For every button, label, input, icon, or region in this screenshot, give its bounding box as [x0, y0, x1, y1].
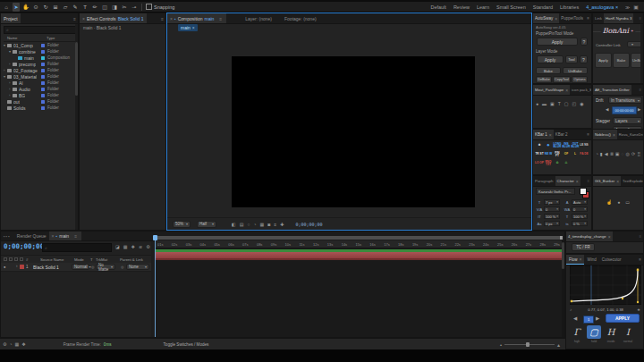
- kbar-script-button[interactable]: TR ST: [535, 150, 544, 159]
- autosway-help-button[interactable]: ?: [580, 38, 588, 46]
- debake-button[interactable]: DeBake: [536, 76, 552, 83]
- toolbar-tool-icon[interactable]: ◨: [111, 3, 118, 12]
- composition-view[interactable]: [232, 56, 475, 207]
- project-item[interactable]: ▾ 03_Material Folder: [2, 73, 77, 80]
- timeline-search-input[interactable]: ⌕: [42, 243, 112, 252]
- flow-preset[interactable]: Γ high: [570, 325, 584, 339]
- close-icon[interactable]: ×: [616, 179, 619, 184]
- panel-icon[interactable]: ◙: [267, 222, 270, 227]
- close-icon[interactable]: ×: [565, 88, 568, 93]
- toolbar-tool-icon[interactable]: ⊙: [32, 3, 39, 12]
- next-page-arrow[interactable]: ▶: [596, 316, 599, 321]
- flow-preset[interactable]: ▢ hold: [587, 325, 601, 339]
- panel-icon[interactable]: ◧: [232, 222, 236, 227]
- label-color-swatch[interactable]: [41, 88, 45, 91]
- column-parent-link[interactable]: Parent & Link: [120, 257, 143, 262]
- kbar-script-button[interactable]: ♺: [562, 159, 571, 168]
- panel-icon[interactable]: ○: [247, 222, 250, 227]
- bonani-button[interactable]: Apply: [595, 53, 612, 68]
- panel-menu-icon[interactable]: ≡: [585, 179, 591, 183]
- toolbar-tool-icon[interactable]: ⌂: [3, 3, 10, 12]
- column-t[interactable]: T: [90, 257, 93, 262]
- tab-kbar2[interactable]: KBar 2: [554, 130, 570, 139]
- workspace-tab[interactable]: Default: [427, 4, 449, 10]
- autosway-apply-button[interactable]: Apply: [537, 38, 578, 46]
- toolbar-tool-icon[interactable]: ✋: [22, 3, 30, 12]
- toolbar-tool-icon[interactable]: ▱: [62, 3, 69, 12]
- close-icon[interactable]: ×: [608, 234, 611, 240]
- project-item[interactable]: › 02_Footage Folder: [2, 67, 77, 73]
- tab-paragraph[interactable]: Paragraph: [533, 176, 555, 186]
- copytool-button[interactable]: CopyTool: [553, 76, 571, 83]
- label-color-swatch[interactable]: [41, 100, 45, 104]
- close-icon[interactable]: ×: [555, 16, 557, 21]
- panel-icon[interactable]: ▮: [600, 151, 603, 156]
- tab-link[interactable]: Link: [593, 13, 604, 23]
- toolbar-tool-icon[interactable]: T: [81, 3, 89, 12]
- toolbar-tool-icon[interactable]: ✏: [91, 3, 98, 12]
- panel-icon[interactable]: ◎: [626, 151, 630, 156]
- column-source-name[interactable]: Source Name: [40, 257, 64, 262]
- tab-kbar1[interactable]: KBar 1×: [533, 130, 554, 139]
- panel-icon[interactable]: ⚙: [3, 341, 6, 347]
- tab-menu-icon[interactable]: ≡: [217, 16, 224, 21]
- close-icon[interactable]: ×: [82, 16, 85, 21]
- options-button[interactable]: Options: [572, 76, 588, 83]
- kbar-script-button[interactable]: INS BLUR: [562, 141, 571, 150]
- tab-character[interactable]: Character×: [555, 176, 580, 186]
- scrollbar[interactable]: [640, 24, 643, 83]
- close-icon[interactable]: ×: [549, 132, 552, 138]
- current-time-display[interactable]: 0;00;00;00: [4, 242, 44, 250]
- tab-menu-icon[interactable]: ≡: [72, 233, 79, 239]
- tc-fr-toggle-button[interactable]: TC / FR: [572, 243, 595, 251]
- label-color-swatch[interactable]: [41, 106, 45, 110]
- property-value[interactable]: 7 px: [544, 199, 560, 205]
- workspace-tab[interactable]: Review: [450, 4, 473, 10]
- panel-menu-icon[interactable]: ≡: [637, 257, 643, 262]
- resolution-dropdown[interactable]: Half: [197, 221, 216, 228]
- stagger-dropdown[interactable]: Layers: [613, 117, 642, 124]
- bake-button[interactable]: Bake: [536, 67, 561, 74]
- toolbar-tool-icon[interactable]: ✎: [72, 3, 79, 12]
- layer-twirl-icon[interactable]: ›: [16, 264, 18, 268]
- property-value[interactable]: 0: [544, 206, 560, 212]
- close-icon[interactable]: ×: [192, 25, 195, 30]
- panel-menu-icon[interactable]: ≡: [637, 234, 643, 239]
- kbar-script-button[interactable]: OUT BLUR: [571, 141, 580, 150]
- label-color-swatch[interactable]: [41, 63, 45, 66]
- layer-help-button[interactable]: ?: [580, 55, 588, 63]
- viewer-timecode[interactable]: 0;00;00;00: [295, 222, 322, 227]
- zoom-dropdown[interactable]: 50%: [173, 221, 191, 228]
- project-item[interactable]: › BG Folder: [2, 92, 77, 98]
- label-color-swatch[interactable]: [41, 94, 45, 97]
- panel-icon[interactable]: ◌: [622, 151, 624, 156]
- panel-icon[interactable]: ✚: [280, 222, 284, 227]
- tab-icon-pack[interactable]: icon pack_S: [570, 85, 591, 95]
- solo-column-icon[interactable]: [14, 257, 18, 261]
- panel-icon[interactable]: T: [558, 101, 561, 106]
- kbar-script-button[interactable]: ✪: [553, 159, 562, 168]
- prev-arrow[interactable]: ◀: [606, 107, 608, 112]
- panel-menu-icon[interactable]: ≡: [637, 16, 643, 21]
- close-icon[interactable]: ×: [613, 132, 615, 138]
- unbake-button[interactable]: UnBake: [563, 67, 588, 74]
- layer-apply-button[interactable]: Apply: [537, 55, 564, 63]
- panel-icon[interactable]: ☝: [606, 199, 612, 205]
- parent-link-dropdown[interactable]: None: [126, 264, 149, 270]
- fill-color-swatch[interactable]: [580, 188, 587, 195]
- panel-icon[interactable]: ◀: [605, 151, 608, 156]
- panel-icon[interactable]: ◔: [9, 341, 12, 347]
- label-color-swatch[interactable]: [41, 75, 45, 79]
- panel-icon[interactable]: ⟳: [631, 151, 635, 156]
- project-item[interactable]: › AI Folder: [2, 80, 77, 86]
- project-item[interactable]: › Audio Folder: [2, 86, 77, 92]
- panel-icon[interactable]: ●: [536, 101, 538, 106]
- label-color-swatch[interactable]: [41, 56, 45, 60]
- panel-icon[interactable]: ⣿: [637, 151, 640, 156]
- project-item[interactable]: ▾ 01_Comp Folder: [2, 42, 77, 48]
- tab-rova-kanedri[interactable]: Rova_KaneDri: [617, 130, 643, 139]
- page-indicator[interactable]: 1: [583, 316, 594, 324]
- layer-source-name[interactable]: Black Solid 1: [33, 265, 59, 270]
- panel-icon[interactable]: ◉: [580, 101, 583, 106]
- bonani-button[interactable]: Bake: [613, 53, 630, 68]
